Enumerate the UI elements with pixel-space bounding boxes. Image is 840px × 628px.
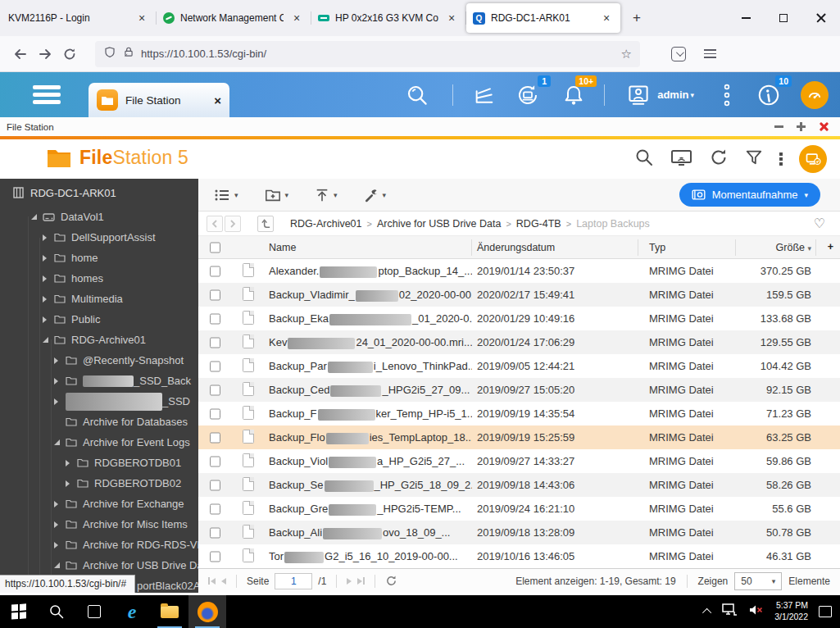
browser-close-button[interactable] (802, 0, 840, 36)
prev-page-button[interactable] (221, 578, 226, 585)
browser-tab[interactable]: HP 0x2x16 G3 KVM Console × (311, 3, 465, 33)
page-size-select[interactable]: 50 ▾ (734, 572, 782, 590)
column-header-size[interactable]: Größe ▾ (776, 242, 811, 253)
table-row[interactable]: Backup_Vladimir_02_2020-00-00.m... 2020/… (198, 283, 840, 307)
breadcrumb-item[interactable]: RDG-Archive01 (290, 218, 362, 230)
tree-expander-icon[interactable] (54, 357, 58, 364)
reload-icon[interactable] (57, 42, 82, 66)
lock-icon[interactable] (123, 46, 134, 61)
row-checkbox[interactable] (210, 503, 220, 514)
add-column-button[interactable]: + (828, 241, 833, 253)
fs-search-icon[interactable] (634, 148, 654, 171)
row-checkbox[interactable] (210, 551, 220, 562)
app-maximize-button[interactable] (797, 122, 806, 131)
table-row[interactable]: TorG2_i5_16_10_2019-00-00... 2019/10/16 … (198, 544, 840, 568)
notifications-bell-icon[interactable]: 10+ (561, 83, 586, 107)
forward-icon[interactable] (33, 42, 57, 66)
remote-mount-icon[interactable] (670, 148, 692, 171)
go-up-button[interactable] (257, 216, 274, 232)
breadcrumb-item[interactable]: Laptop Backups (576, 218, 650, 230)
row-checkbox[interactable] (210, 289, 220, 300)
next-page-button[interactable] (347, 578, 352, 585)
back-icon[interactable] (8, 42, 33, 66)
table-row[interactable]: Kev24_01_2020-00-00.mri... 2020/01/24 17… (198, 330, 840, 354)
sidebar-tree-item[interactable]: @Recently-Snapshot (0, 350, 198, 371)
global-search-icon[interactable] (405, 83, 429, 107)
row-checkbox[interactable] (210, 432, 220, 443)
sidebar-tree-item[interactable]: homes (0, 268, 198, 289)
firefox-icon[interactable] (188, 595, 226, 628)
sidebar-tree-item[interactable]: Archive for Misc Items (0, 514, 198, 535)
sidebar-tree-item[interactable]: _SSD_Back (0, 371, 198, 391)
history-forward-button[interactable] (225, 216, 241, 232)
sidebar-tree-item[interactable]: home (0, 248, 198, 268)
tab-close-icon[interactable]: × (599, 11, 614, 25)
filestation-task-tab[interactable]: File Station × (89, 83, 229, 117)
row-checkbox[interactable] (210, 385, 220, 395)
table-row[interactable]: Backup_Gre_HPG2i5-TEMP... 2019/09/24 16:… (198, 497, 840, 521)
new-tab-button[interactable]: + (624, 6, 649, 30)
tree-expander-icon[interactable] (31, 214, 37, 220)
start-button[interactable] (0, 595, 38, 628)
history-back-button[interactable] (207, 216, 223, 232)
table-row[interactable]: Backup_Aliovo_18_09_... 2019/09/18 13:28… (198, 521, 840, 544)
tree-expander-icon[interactable] (43, 234, 47, 241)
table-row[interactable]: Backup_Eka_01_2020-0... 2020/01/29 10:49… (198, 307, 840, 330)
user-icon[interactable] (626, 83, 651, 107)
row-checkbox[interactable] (210, 408, 220, 419)
row-checkbox[interactable] (210, 361, 220, 371)
table-row[interactable]: Backup_Se_HP_G2i5_18_09_2... 2019/09/18 … (198, 473, 840, 497)
sidebar-tree-item[interactable]: Archive for Databases (0, 412, 198, 432)
row-checkbox[interactable] (210, 456, 220, 466)
select-all-checkbox[interactable] (210, 242, 220, 253)
tree-expander-icon[interactable] (54, 378, 58, 385)
tree-expander-icon[interactable] (43, 275, 47, 282)
task-view-icon[interactable] (75, 595, 113, 628)
table-row[interactable]: Backup_Ced_HPG2i5_27_09... 2019/09/27 15… (198, 378, 840, 402)
refresh-list-icon[interactable] (385, 575, 397, 587)
resource-monitor-icon[interactable] (801, 81, 829, 109)
table-row[interactable]: Alexander.ptop_Backup_14_... 2019/01/14 … (198, 259, 840, 283)
network-icon[interactable] (722, 603, 738, 620)
tree-expander-icon[interactable] (43, 255, 47, 262)
tree-expander-icon[interactable] (43, 337, 48, 343)
background-task-icon[interactable] (799, 145, 827, 173)
app-close-button[interactable] (819, 122, 829, 132)
row-checkbox[interactable] (210, 527, 220, 538)
browser-restore-button[interactable] (765, 0, 802, 36)
sidebar-tree-item[interactable]: Archive for RDG-RDS-VD (0, 535, 198, 555)
page-input[interactable] (275, 573, 312, 589)
sidebar-tree-item[interactable]: RDGBEROTDB02 (0, 473, 198, 494)
sidebar-tree-item[interactable]: RDGBEROTDB01 (0, 453, 198, 473)
browser-tab[interactable]: Q RDG-DC1-ARK01 × (466, 3, 620, 33)
create-folder-button[interactable]: ▾ (261, 184, 293, 206)
main-menu-icon[interactable] (33, 85, 61, 107)
sidebar-tree-item[interactable]: Multimedia (0, 289, 198, 309)
sidebar-tree-item[interactable]: _SSD (0, 391, 198, 412)
row-checkbox[interactable] (210, 480, 220, 490)
task-tab-close-icon[interactable]: × (214, 93, 221, 107)
column-header-date[interactable]: Änderungsdatum (477, 242, 555, 253)
tree-expander-icon[interactable] (54, 562, 60, 568)
file-explorer-icon[interactable] (151, 595, 188, 628)
row-checkbox[interactable] (210, 266, 220, 276)
background-tasks-icon[interactable] (473, 84, 496, 107)
first-page-button[interactable] (208, 577, 216, 585)
breadcrumb-item[interactable]: RDG-4TB (516, 218, 561, 230)
bookmark-star-icon[interactable]: ☆ (621, 47, 632, 61)
row-checkbox[interactable] (210, 337, 220, 348)
tree-expander-icon[interactable] (54, 439, 60, 445)
table-row[interactable]: Backup_Pari_Lenovo_ThinkPad... 2019/09/0… (198, 354, 840, 378)
tab-close-icon[interactable]: × (444, 11, 459, 25)
sidebar-tree-item[interactable]: DataVol1 (0, 207, 198, 227)
favorite-heart-icon[interactable]: ♡ (814, 216, 832, 231)
browser-menu-icon[interactable] (704, 47, 716, 61)
snapshot-button[interactable]: Momentaufnahme ▾ (679, 183, 820, 207)
sidebar-tree-item[interactable]: DellSupportAssist (0, 227, 198, 248)
user-caret-icon[interactable]: ▾ (690, 91, 694, 99)
volume-muted-icon[interactable] (748, 603, 764, 620)
internet-explorer-icon[interactable]: e (113, 595, 151, 628)
browser-minimize-button[interactable] (727, 0, 765, 36)
browser-tab[interactable]: KVM2116P - Login × (2, 3, 156, 33)
tree-expander-icon[interactable] (43, 316, 47, 323)
